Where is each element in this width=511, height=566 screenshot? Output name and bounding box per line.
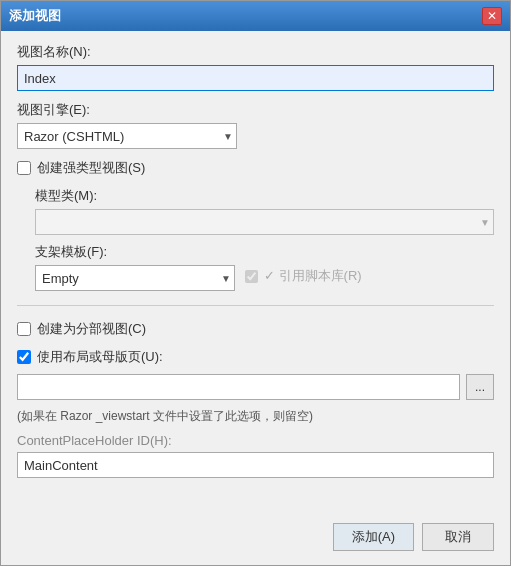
partial-view-checkbox[interactable]	[17, 322, 31, 336]
cancel-button[interactable]: 取消	[422, 523, 494, 551]
view-engine-select[interactable]: Razor (CSHTML) ASPX	[17, 123, 237, 149]
dialog-title: 添加视图	[9, 7, 61, 25]
model-type-group: 模型类(M): ▼	[35, 187, 494, 235]
model-type-select[interactable]	[35, 209, 494, 235]
partial-view-label[interactable]: 创建为分部视图(C)	[37, 320, 146, 338]
title-bar: 添加视图 ✕	[1, 1, 510, 31]
scaffold-select-wrapper: Empty Create Delete Details Edit List ▼	[35, 265, 235, 291]
add-button[interactable]: 添加(A)	[333, 523, 414, 551]
use-layout-checkbox[interactable]	[17, 350, 31, 364]
ref-library-checkbox[interactable]	[245, 270, 258, 283]
view-name-input[interactable]	[17, 65, 494, 91]
scaffold-select[interactable]: Empty Create Delete Details Edit List	[35, 265, 235, 291]
layout-path-input[interactable]	[17, 374, 460, 400]
placeholder-id-group: ContentPlaceHolder ID(H):	[17, 433, 494, 478]
scaffold-group: 支架模板(F): Empty Create Delete Details Edi…	[35, 243, 235, 291]
layout-path-row: ...	[17, 374, 494, 400]
use-layout-group: 使用布局或母版页(U):	[17, 348, 494, 366]
strong-type-group: 创建强类型视图(S)	[17, 159, 494, 177]
divider	[17, 305, 494, 306]
layout-hint: (如果在 Razor _viewstart 文件中设置了此选项，则留空)	[17, 408, 494, 425]
view-engine-label: 视图引擎(E):	[17, 101, 494, 119]
view-engine-select-wrapper: Razor (CSHTML) ASPX ▼	[17, 123, 237, 149]
ref-library-label: ✓ 引用脚本库(R)	[264, 267, 362, 285]
partial-view-group: 创建为分部视图(C)	[17, 320, 494, 338]
strong-type-label[interactable]: 创建强类型视图(S)	[37, 159, 145, 177]
close-button[interactable]: ✕	[482, 7, 502, 25]
use-layout-label[interactable]: 使用布局或母版页(U):	[37, 348, 163, 366]
placeholder-id-input[interactable]	[17, 452, 494, 478]
scaffold-row: 支架模板(F): Empty Create Delete Details Edi…	[35, 243, 494, 291]
model-type-label: 模型类(M):	[35, 187, 494, 205]
view-engine-group: 视图引擎(E): Razor (CSHTML) ASPX ▼	[17, 101, 494, 149]
layout-browse-button[interactable]: ...	[466, 374, 494, 400]
scaffold-label: 支架模板(F):	[35, 243, 235, 261]
add-view-dialog: 添加视图 ✕ 视图名称(N): 视图引擎(E): Razor (CSHTML) …	[0, 0, 511, 566]
view-name-label: 视图名称(N):	[17, 43, 494, 61]
indented-section: 模型类(M): ▼ 支架模板(F): Empty Create Delete	[35, 187, 494, 291]
view-name-group: 视图名称(N):	[17, 43, 494, 91]
placeholder-id-label: ContentPlaceHolder ID(H):	[17, 433, 494, 448]
model-type-select-wrapper: ▼	[35, 209, 494, 235]
dialog-content: 视图名称(N): 视图引擎(E): Razor (CSHTML) ASPX ▼ …	[1, 31, 510, 513]
layout-section: 使用布局或母版页(U): ... (如果在 Razor _viewstart 文…	[17, 348, 494, 478]
dialog-footer: 添加(A) 取消	[1, 513, 510, 565]
ref-library-group: ✓ 引用脚本库(R)	[245, 267, 362, 285]
strong-type-checkbox[interactable]	[17, 161, 31, 175]
